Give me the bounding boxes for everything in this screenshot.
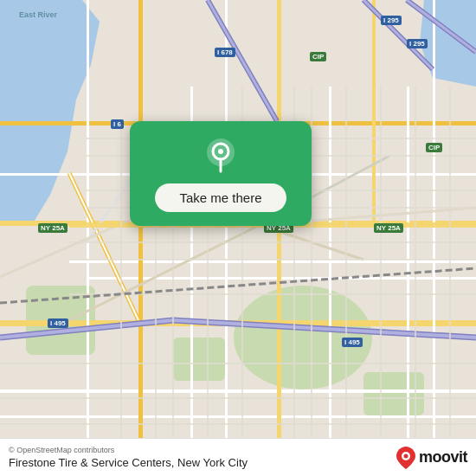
highway-label-i678: I 678	[215, 48, 235, 57]
highway-label-ny25a-1: NY 25A	[38, 223, 68, 233]
svg-rect-9	[173, 338, 225, 381]
highway-label-cip-1: CIP	[310, 52, 326, 61]
map-svg	[0, 0, 476, 476]
popup-card: Take me there	[130, 121, 312, 226]
bottom-bar: © OpenStreetMap contributors Firestone T…	[0, 438, 476, 476]
take-me-there-button[interactable]: Take me there	[155, 183, 286, 212]
location-title: Firestone Tire & Service Centers, New Yo…	[9, 456, 248, 469]
svg-rect-22	[87, 0, 89, 441]
bottom-bar-info: © OpenStreetMap contributors Firestone T…	[9, 446, 248, 469]
highway-label-i295-1: I 295	[381, 16, 402, 25]
highway-label-cip-2: CIP	[426, 143, 442, 152]
svg-point-72	[218, 149, 223, 154]
highway-label-ny25a-3: NY 25A	[374, 223, 403, 233]
map-container: I 295 I 295 I 678 I 6 CIP CIP NY 25A NY …	[0, 0, 476, 476]
svg-rect-26	[407, 87, 409, 441]
east-river-label: East River	[19, 10, 57, 19]
highway-label-i295-2: I 295	[407, 39, 428, 48]
highway-label-i6: I 6	[111, 119, 124, 129]
moovit-pin-icon	[396, 447, 415, 469]
moovit-brand-text: moovit	[419, 448, 467, 466]
moovit-logo: moovit	[396, 447, 467, 469]
svg-rect-18	[0, 415, 476, 418]
highway-label-i495-2: I 495	[342, 338, 363, 347]
highway-label-i495-1: I 495	[48, 318, 68, 328]
map-pin-icon	[202, 137, 240, 175]
svg-rect-17	[0, 389, 476, 393]
svg-rect-25	[329, 87, 331, 441]
svg-point-74	[403, 453, 408, 458]
svg-rect-21	[372, 0, 376, 225]
osm-attribution: © OpenStreetMap contributors	[9, 446, 248, 454]
